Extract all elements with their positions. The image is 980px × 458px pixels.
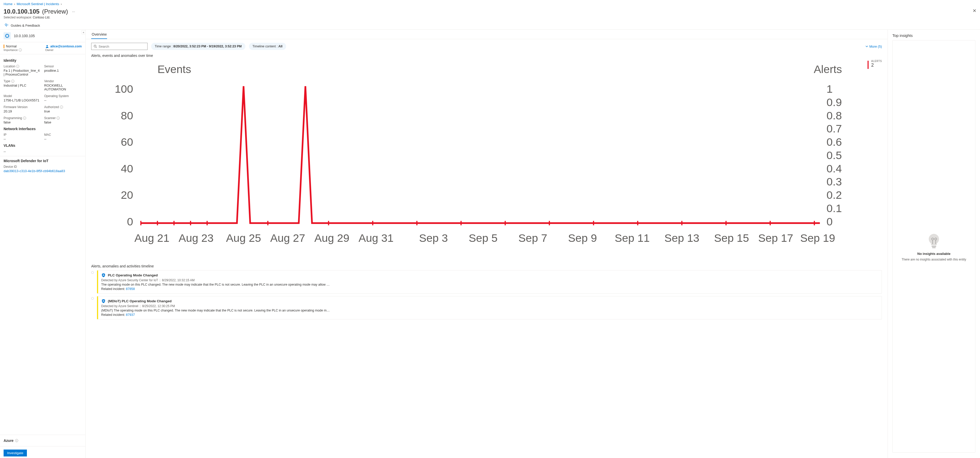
os-value: -- — [44, 99, 82, 102]
svg-point-70 — [103, 275, 104, 276]
ip-label: IP — [3, 133, 41, 137]
info-icon[interactable]: i — [11, 80, 14, 83]
svg-point-16 — [94, 45, 96, 47]
svg-text:0: 0 — [827, 215, 833, 228]
overview-panel: Overview Time range : 8/20/2022, 3:52:23… — [86, 30, 888, 458]
svg-text:0.1: 0.1 — [827, 202, 842, 215]
alert-description: (MDIoT) The operating mode on this PLC c… — [101, 309, 878, 312]
vlans-heading: VLANs — [3, 143, 82, 148]
user-icon — [45, 45, 49, 48]
chevron-down-icon — [865, 45, 868, 48]
alert-time: 8/25/2022, 12:30:25 PM — [142, 304, 175, 308]
related-incident-label: Related incident: — [101, 287, 126, 291]
collapse-panel-icon[interactable]: « — [81, 30, 86, 34]
timeline-item[interactable]: PLC Operating Mode Changed Detected by A… — [91, 270, 882, 294]
no-insights-subtitle: There are no insights associated with th… — [902, 258, 966, 261]
workspace-label: Selected workspace: — [3, 16, 32, 19]
svg-text:40: 40 — [121, 162, 133, 175]
svg-text:Aug 21: Aug 21 — [134, 232, 170, 244]
device-id-link[interactable]: dab39013-c310-4e1b-8f5f-cb94b618aa83 — [3, 169, 65, 173]
owner-label: Owner — [45, 48, 54, 51]
shield-icon — [101, 273, 106, 278]
insights-panel: Top insights No insights available There… — [888, 30, 980, 458]
breadcrumb-sentinel[interactable]: Microsoft Sentinel | Incidents — [17, 2, 59, 6]
svg-text:0.3: 0.3 — [827, 175, 842, 188]
events-series-line — [141, 86, 820, 223]
svg-text:Aug 23: Aug 23 — [178, 232, 214, 244]
timeline-item[interactable]: (MDIoT) PLC Operating Mode Changed Detec… — [91, 296, 882, 320]
svg-text:1: 1 — [827, 83, 833, 95]
azure-section[interactable]: Azure i — [0, 435, 85, 446]
authorized-label: Authorized — [44, 105, 59, 109]
breadcrumb: Home › Microsoft Sentinel | Incidents › — [0, 0, 980, 8]
guides-feedback-button[interactable]: Guides & Feedback — [11, 24, 40, 27]
related-incident-link[interactable]: 87858 — [126, 287, 135, 291]
svg-text:0.6: 0.6 — [827, 136, 842, 148]
entity-panel: « 10.0.100.105 Normal Importance i — [0, 30, 86, 458]
azure-label: Azure — [3, 439, 14, 443]
vendor-label: Vendor — [44, 80, 82, 83]
svg-text:Sep 15: Sep 15 — [714, 232, 749, 244]
identity-heading: Identity — [3, 59, 82, 62]
svg-text:80: 80 — [121, 110, 133, 122]
severity-indicator-icon — [3, 45, 4, 48]
info-icon[interactable]: i — [60, 105, 63, 109]
search-icon — [94, 45, 97, 48]
sensor-label: Sensor — [44, 65, 82, 68]
svg-text:Aug 27: Aug 27 — [270, 232, 305, 244]
svg-text:60: 60 — [121, 136, 133, 148]
timeline-content-pill[interactable]: Timeline content : All — [249, 43, 286, 50]
info-icon[interactable]: i — [57, 116, 60, 119]
search-field[interactable] — [99, 45, 145, 48]
more-actions-icon[interactable]: ··· — [70, 8, 76, 14]
svg-rect-72 — [103, 301, 104, 301]
scanner-value: false — [44, 120, 82, 124]
vlans-value: -- — [3, 149, 82, 153]
svg-text:Sep 17: Sep 17 — [758, 232, 793, 244]
no-insights-title: No insights available — [917, 252, 950, 256]
svg-text:20: 20 — [121, 189, 133, 201]
svg-text:Sep 13: Sep 13 — [665, 232, 700, 244]
os-label: Operating System — [44, 94, 82, 98]
owner-link[interactable]: alice@contoso.com — [51, 44, 82, 48]
timeline-dot-icon — [91, 297, 94, 300]
alerts-bar-icon — [867, 61, 869, 69]
info-icon: i — [15, 439, 18, 442]
alert-title: PLC Operating Mode Changed — [108, 273, 158, 277]
alert-description: The operating mode on this PLC changed. … — [101, 283, 878, 286]
svg-text:100: 100 — [115, 83, 133, 95]
more-label: More (5) — [869, 45, 882, 48]
svg-text:Sep 11: Sep 11 — [615, 232, 650, 244]
info-icon[interactable]: i — [19, 48, 22, 51]
alerts-summary: ALERTS 2 — [867, 60, 882, 69]
investigate-button[interactable]: Investigate — [3, 450, 27, 456]
type-label: Type — [3, 80, 10, 83]
model-value: 1756-L71/B LOGIX5571 — [3, 99, 41, 102]
workspace-name: Contoso Ltd. — [33, 16, 50, 19]
close-icon[interactable]: ✕ — [972, 8, 977, 14]
alert-title: (MDIoT) PLC Operating Mode Changed — [108, 299, 172, 303]
svg-rect-74 — [932, 246, 936, 247]
tab-overview[interactable]: Overview — [91, 32, 107, 39]
device-id-label: Device ID — [3, 165, 82, 169]
info-icon[interactable]: i — [16, 65, 19, 68]
svg-rect-2 — [6, 35, 8, 37]
breadcrumb-home[interactable]: Home — [3, 2, 13, 6]
svg-rect-75 — [932, 247, 936, 248]
entity-title: 10.0.100.105 — [14, 34, 35, 38]
page-header: 10.0.100.105 (Preview) ··· Selected work… — [0, 8, 980, 21]
search-input[interactable] — [91, 43, 148, 50]
alerts-axis-label: Alerts — [814, 63, 842, 75]
info-icon[interactable]: i — [23, 116, 26, 119]
programming-value: false — [3, 120, 41, 124]
page-title: 10.0.100.105 — [3, 8, 40, 15]
time-range-pill[interactable]: Time range : 8/20/2022, 3:52:23 PM - 9/1… — [151, 43, 245, 50]
more-link[interactable]: More (5) — [865, 45, 882, 48]
related-incident-label: Related incident: — [101, 313, 126, 316]
mdiot-heading: Microsoft Defender for IoT — [3, 159, 82, 163]
timeline-dot-icon — [91, 271, 94, 274]
sensor-value: prodline.1 — [44, 68, 82, 73]
model-label: Model — [3, 94, 41, 98]
svg-text:Sep 3: Sep 3 — [419, 232, 448, 244]
related-incident-link[interactable]: 87937 — [126, 313, 135, 316]
